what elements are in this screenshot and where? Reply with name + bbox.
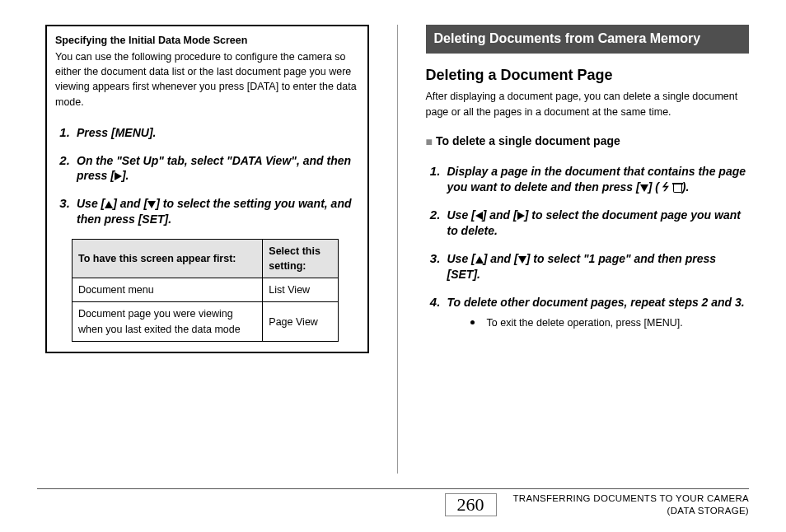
step-3: Use [] and [] to select "1 page" and the… <box>444 250 750 282</box>
step-2: Use [] and [] to select the document pag… <box>444 207 750 239</box>
down-arrow-icon <box>518 256 526 264</box>
right-column: Deleting Documents from Camera Memory De… <box>426 25 750 474</box>
step-text-b: ] and [ <box>484 252 518 265</box>
footer-line1: TRANSFERRING DOCUMENTS TO YOUR CAMERA <box>513 492 750 505</box>
settings-table: To have this screen appear first: Select… <box>72 239 339 342</box>
step-1: Press [MENU]. <box>73 124 359 141</box>
table-cell: Document menu <box>73 278 263 302</box>
intro-paragraph: After displaying a document page, you ca… <box>426 89 750 120</box>
step-text-b: ] and [ <box>483 208 517 222</box>
step-text-a: Use [ <box>447 252 475 265</box>
step-text-c: ). <box>682 180 690 194</box>
step-2: On the "Set Up" tab, select "DATA View",… <box>73 152 359 184</box>
step-text-b: ] ( <box>648 180 659 194</box>
left-column: Specifying the Initial Data Mode Screen … <box>45 25 369 474</box>
down-arrow-icon <box>147 201 156 208</box>
table-row: Document page you were viewing when you … <box>73 302 339 341</box>
box-title: Specifying the Initial Data Mode Screen <box>55 33 359 48</box>
up-arrow-icon <box>105 201 113 208</box>
sub-heading: ■To delete a single document page <box>426 134 750 148</box>
subsection-heading: Deleting a Document Page <box>426 67 750 84</box>
footer-text: TRANSFERRING DOCUMENTS TO YOUR CAMERA (D… <box>513 492 750 517</box>
page-number: 260 <box>445 493 497 516</box>
step-text-a: Use [ <box>77 197 105 210</box>
down-arrow-icon <box>640 184 648 192</box>
page-content: Specifying the Initial Data Mode Screen … <box>0 0 786 474</box>
step-1: Display a page in the document that cont… <box>444 163 750 195</box>
section-heading-bar: Deleting Documents from Camera Memory <box>426 25 750 54</box>
step-text: Press [MENU]. <box>77 126 156 139</box>
flash-icon: ϟ <box>659 180 669 195</box>
step-4: To delete other document pages, repeat s… <box>444 294 750 330</box>
page-footer: 260 TRANSFERRING DOCUMENTS TO YOUR CAMER… <box>0 488 786 517</box>
step-text-a: Display a page in the document that cont… <box>447 165 746 194</box>
step-text-b: ] and [ <box>113 197 147 210</box>
up-arrow-icon <box>475 256 484 264</box>
footer-line2: (DATA STORAGE) <box>513 505 750 517</box>
table-cell: Page View <box>263 302 339 341</box>
step-3: Use [] and [] to select the setting you … <box>73 195 359 227</box>
footer-rule <box>37 488 749 489</box>
sub-bullet-item: To exit the delete operation, press [MEN… <box>484 314 750 330</box>
trash-icon <box>673 183 682 193</box>
right-steps: Display a page in the document that cont… <box>426 163 750 329</box>
footer-row: 260 TRANSFERRING DOCUMENTS TO YOUR CAMER… <box>37 492 749 517</box>
sub-heading-text: To delete a single document page <box>436 134 620 147</box>
table-row: Document menu List View <box>73 278 339 302</box>
box-text: You can use the following procedure to c… <box>55 49 359 110</box>
column-divider <box>397 25 398 474</box>
square-bullet-icon: ■ <box>426 135 433 148</box>
left-arrow-icon <box>475 212 483 220</box>
table-header: Select this setting: <box>263 240 339 278</box>
right-arrow-icon <box>115 172 122 180</box>
table-cell: List View <box>263 278 339 302</box>
table-header: To have this screen appear first: <box>73 240 263 278</box>
step-text-b: ]. <box>122 169 129 182</box>
table-header-row: To have this screen appear first: Select… <box>73 240 339 278</box>
step-text: To delete other document pages, repeat s… <box>447 296 745 309</box>
step-text-a: Use [ <box>447 208 475 222</box>
right-arrow-icon <box>517 212 525 220</box>
sub-bullet-list: To exit the delete operation, press [MEN… <box>470 314 750 330</box>
table-cell: Document page you were viewing when you … <box>73 302 263 341</box>
left-steps: Press [MENU]. On the "Set Up" tab, selec… <box>55 124 359 227</box>
info-box: Specifying the Initial Data Mode Screen … <box>45 25 369 353</box>
